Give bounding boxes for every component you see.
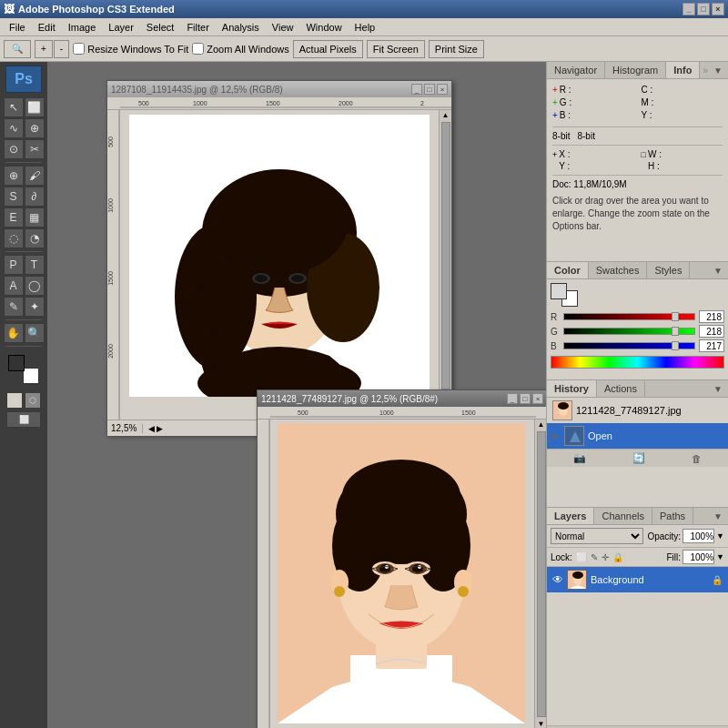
doc2-canvas[interactable]	[270, 420, 534, 728]
history-new-btn[interactable]: 🔄	[632, 452, 645, 464]
color-panel-menu[interactable]: ▼	[712, 264, 724, 278]
quick-select-tool[interactable]: ⊕	[25, 118, 45, 138]
zoom-out-btn[interactable]: -	[54, 40, 69, 58]
menu-view[interactable]: View	[267, 20, 299, 35]
dodge-tool[interactable]: ◔	[25, 228, 45, 248]
layers-panel-menu[interactable]: ▼	[712, 510, 724, 523]
minimize-button[interactable]: _	[682, 3, 695, 15]
menu-analysis[interactable]: Analysis	[217, 20, 265, 35]
stamp-tool[interactable]: S	[4, 187, 24, 207]
hand-tool[interactable]: ✋	[4, 323, 24, 343]
info-panel-expand[interactable]: »	[702, 66, 711, 76]
r-slider-track[interactable]	[563, 313, 695, 320]
g-slider-thumb[interactable]	[672, 327, 679, 336]
type-tool[interactable]: T	[25, 255, 45, 275]
background-color-swatch[interactable]	[23, 368, 39, 384]
marquee-tool[interactable]: ⬜	[25, 97, 45, 117]
menu-edit[interactable]: Edit	[33, 20, 61, 35]
info-panel-menu[interactable]: ▼	[712, 64, 724, 77]
standard-mode-btn[interactable]: □	[6, 392, 23, 409]
pen-tool[interactable]: P	[4, 255, 24, 275]
lasso-tool[interactable]: ∿	[4, 118, 24, 138]
tab-history[interactable]: History	[547, 380, 597, 397]
tab-histogram[interactable]: Histogram	[605, 62, 666, 78]
color-fg-box[interactable]	[551, 283, 567, 299]
notes-tool[interactable]: ✎	[4, 297, 24, 317]
menu-image[interactable]: Image	[63, 20, 102, 35]
eyedropper-tool[interactable]: ✦	[25, 297, 45, 317]
tab-paths[interactable]: Paths	[652, 508, 693, 524]
lock-image-btn[interactable]: ✎	[591, 552, 598, 562]
history-item-1[interactable]: ▶ Open	[547, 423, 728, 449]
doc1-close[interactable]: ×	[437, 84, 448, 95]
eraser-tool[interactable]: E	[4, 207, 24, 228]
resize-windows-check[interactable]: Resize Windows To Fit	[73, 43, 188, 55]
close-button[interactable]: ×	[712, 3, 724, 15]
tab-navigator[interactable]: Navigator	[547, 62, 605, 78]
blur-tool[interactable]: ◌	[4, 228, 24, 248]
fill-input[interactable]	[682, 550, 714, 564]
tab-channels[interactable]: Channels	[594, 508, 652, 524]
b-slider-track[interactable]	[563, 342, 695, 349]
crop-tool[interactable]: ⊙	[4, 139, 24, 159]
slice-tool[interactable]: ✂	[25, 139, 45, 159]
tab-layers[interactable]: Layers	[547, 508, 594, 524]
history-tool[interactable]: ∂	[25, 187, 45, 207]
color-spectrum-bar[interactable]	[551, 356, 724, 369]
menu-window[interactable]: Window	[300, 20, 347, 35]
screen-mode-btn[interactable]: ⬜	[6, 411, 41, 428]
doc1-maximize[interactable]: □	[424, 84, 435, 95]
resize-windows-input[interactable]	[73, 43, 85, 55]
doc2-scroll-up[interactable]: ▲	[537, 420, 546, 430]
color-fg-bg[interactable]	[551, 283, 578, 307]
doc2-minimize[interactable]: _	[507, 393, 518, 404]
g-value-input[interactable]	[699, 325, 724, 338]
tab-styles[interactable]: Styles	[647, 262, 690, 278]
doc1-prev[interactable]: ◀	[148, 424, 155, 433]
menu-layer[interactable]: Layer	[103, 20, 139, 35]
zoom-in-btn[interactable]: +	[35, 40, 53, 58]
lock-all-btn[interactable]: 🔒	[612, 552, 623, 562]
fit-screen-button[interactable]: Fit Screen	[367, 40, 425, 58]
fg-bg-color[interactable]	[6, 353, 41, 386]
g-slider-track[interactable]	[563, 328, 695, 335]
zoom-all-input[interactable]	[192, 43, 204, 55]
layer-background[interactable]: 👁 Background 🔒	[547, 567, 728, 592]
brush-tool[interactable]: 🖌	[25, 166, 45, 186]
lock-position-btn[interactable]: ✛	[602, 552, 609, 562]
doc1-scroll-up[interactable]: ▲	[441, 110, 450, 120]
move-tool[interactable]: ↖	[4, 97, 24, 117]
lock-transparent-btn[interactable]: ⬜	[576, 552, 587, 562]
b-value-input[interactable]	[699, 339, 724, 352]
zoom-all-check[interactable]: Zoom All Windows	[192, 43, 288, 55]
tab-color[interactable]: Color	[547, 262, 589, 278]
doc2-scroll-thumb-v[interactable]	[537, 431, 546, 717]
tab-swatches[interactable]: Swatches	[589, 262, 648, 278]
doc1-titlebar[interactable]: 1287108_11914435.jpg @ 12,5% (RGB/8) _ □…	[107, 81, 451, 97]
opacity-arrow[interactable]: ▼	[716, 531, 724, 541]
menu-filter[interactable]: Filter	[181, 20, 214, 35]
zoom-tool[interactable]: 🔍	[25, 323, 45, 343]
gradient-tool[interactable]: ▦	[25, 207, 45, 228]
menu-select[interactable]: Select	[141, 20, 180, 35]
doc2-close[interactable]: ×	[532, 393, 543, 404]
r-value-input[interactable]	[699, 310, 724, 323]
tab-actions[interactable]: Actions	[597, 380, 645, 397]
path-select-tool[interactable]: A	[4, 276, 24, 296]
menu-file[interactable]: File	[4, 20, 31, 35]
doc1-minimize[interactable]: _	[411, 84, 422, 95]
maximize-button[interactable]: □	[697, 3, 710, 15]
layer-eye-icon[interactable]: 👁	[552, 573, 563, 586]
doc1-scroll-v[interactable]: ▲ ▼	[439, 110, 451, 401]
doc1-canvas[interactable]	[120, 110, 439, 401]
history-delete-btn[interactable]: 🗑	[692, 453, 702, 464]
fill-arrow[interactable]: ▼	[716, 552, 724, 561]
blend-mode-select[interactable]: Normal	[551, 528, 643, 544]
tab-info[interactable]: Info	[666, 62, 700, 78]
zoom-in-button[interactable]: 🔍	[4, 40, 31, 58]
history-snapshot-btn[interactable]: 📷	[573, 452, 586, 464]
foreground-color-swatch[interactable]	[8, 355, 25, 371]
shape-tool[interactable]: ◯	[25, 276, 45, 296]
doc1-next[interactable]: ▶	[157, 424, 163, 433]
doc2-scroll-v[interactable]: ▲ ▼	[534, 420, 546, 728]
